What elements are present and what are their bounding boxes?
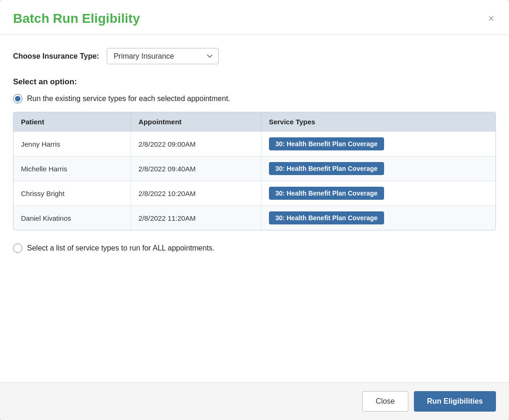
table-row: Michelle Harris2/8/2022 09:40AM30: Healt… (14, 156, 495, 181)
table-row: Jenny Harris2/8/2022 09:00AM30: Health B… (14, 132, 495, 156)
insurance-type-row: Choose Insurance Type: Primary Insurance… (13, 48, 496, 64)
col-header-service-types: Service Types (261, 112, 495, 132)
radio-option-existing[interactable]: Run the existing service types for each … (13, 94, 496, 103)
cell-service-type: 30: Health Benefit Plan Coverage (261, 156, 495, 181)
modal-title: Batch Run Eligibility (13, 11, 140, 26)
cell-patient: Jenny Harris (14, 132, 131, 156)
appointments-table-wrapper: Patient Appointment Service Types Jenny … (13, 112, 496, 230)
close-icon-button[interactable]: × (486, 12, 496, 26)
cell-patient: Chrissy Bright (14, 181, 131, 206)
close-button[interactable]: Close (362, 391, 408, 412)
modal-body: Choose Insurance Type: Primary Insurance… (0, 35, 509, 382)
table-row: Daniel Kivatinos2/8/2022 11:20AM30: Heal… (14, 206, 495, 230)
modal-footer: Close Run Eligibilities (0, 382, 509, 420)
service-type-badge: 30: Health Benefit Plan Coverage (269, 211, 384, 224)
table-body: Jenny Harris2/8/2022 09:00AM30: Health B… (14, 132, 495, 230)
service-type-badge: 30: Health Benefit Plan Coverage (269, 162, 384, 175)
run-eligibilities-button[interactable]: Run Eligibilities (414, 391, 496, 412)
appointments-table: Patient Appointment Service Types Jenny … (14, 112, 495, 230)
cell-appointment: 2/8/2022 09:00AM (131, 132, 261, 156)
col-header-appointment: Appointment (131, 112, 261, 132)
cell-appointment: 2/8/2022 11:20AM (131, 206, 261, 230)
cell-appointment: 2/8/2022 09:40AM (131, 156, 261, 181)
service-type-badge: 30: Health Benefit Plan Coverage (269, 187, 384, 200)
cell-patient: Michelle Harris (14, 156, 131, 181)
modal-header: Batch Run Eligibility × (0, 0, 509, 35)
batch-run-eligibility-modal: Batch Run Eligibility × Choose Insurance… (0, 0, 509, 420)
radio-all-input[interactable] (13, 244, 22, 253)
cell-service-type: 30: Health Benefit Plan Coverage (261, 132, 495, 156)
insurance-type-label: Choose Insurance Type: (13, 52, 99, 61)
cell-service-type: 30: Health Benefit Plan Coverage (261, 181, 495, 206)
cell-patient: Daniel Kivatinos (14, 206, 131, 230)
col-header-patient: Patient (14, 112, 131, 132)
radio-existing-input[interactable] (13, 94, 22, 103)
radio-existing-text: Run the existing service types for each … (27, 95, 230, 103)
radio-all-text: Select a list of service types to run fo… (27, 244, 214, 252)
insurance-type-select[interactable]: Primary Insurance Secondary Insurance Te… (107, 48, 219, 64)
cell-appointment: 2/8/2022 10:20AM (131, 181, 261, 206)
radio-option-all[interactable]: Select a list of service types to run fo… (13, 244, 496, 253)
table-row: Chrissy Bright2/8/2022 10:20AM30: Health… (14, 181, 495, 206)
select-option-label: Select an option: (13, 77, 496, 87)
table-header-row: Patient Appointment Service Types (14, 112, 495, 132)
cell-service-type: 30: Health Benefit Plan Coverage (261, 206, 495, 230)
service-type-badge: 30: Health Benefit Plan Coverage (269, 137, 384, 150)
